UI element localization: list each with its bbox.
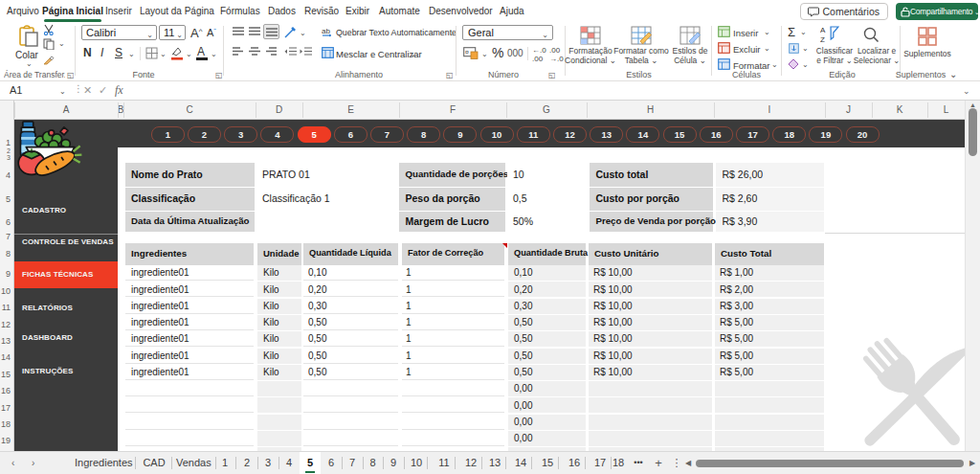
- svg-text:Z: Z: [820, 35, 825, 44]
- svg-text:¤: ¤: [465, 49, 469, 56]
- svg-text:A: A: [820, 26, 826, 34]
